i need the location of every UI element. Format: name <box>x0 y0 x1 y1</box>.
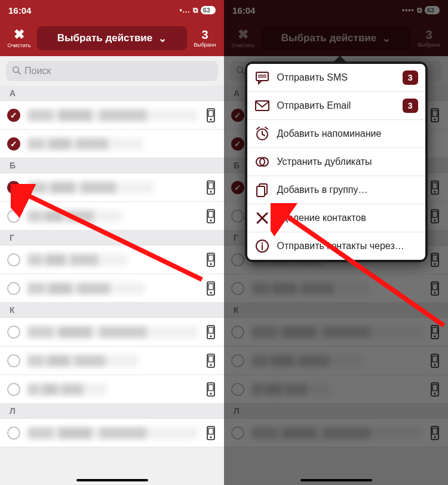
menu-item-label: Удаление контактов <box>277 213 366 223</box>
contact-name-blurred <box>27 210 122 222</box>
list-item[interactable] <box>0 130 224 158</box>
svg-point-34 <box>434 118 436 120</box>
menu-item-badge: 3 <box>403 99 418 113</box>
list-item[interactable] <box>0 375 224 404</box>
svg-point-40 <box>434 219 436 221</box>
list-item[interactable] <box>0 274 224 303</box>
checkbox-icon <box>231 326 244 339</box>
contact-name-blurred <box>27 109 198 121</box>
svg-rect-24 <box>208 385 213 391</box>
svg-point-16 <box>210 291 212 293</box>
menu-item-delete-contacts[interactable]: Удаление контактов <box>247 204 425 232</box>
toolbar: ✖ Очистить Выбрать действие ⌄ 3 Выбранн <box>224 20 448 56</box>
list-item <box>224 274 448 303</box>
search-input[interactable]: Поиск <box>6 61 218 81</box>
contact-name-blurred <box>251 355 363 367</box>
selected-number: 3 <box>191 29 219 41</box>
status-time: 16:04 <box>232 5 255 16</box>
phone-icon <box>429 425 441 441</box>
checkbox-checked-icon[interactable] <box>7 181 20 194</box>
list-item[interactable] <box>0 173 224 202</box>
select-action-label: Выбрать действие <box>57 32 152 44</box>
checkbox-icon <box>231 426 244 440</box>
contact-name-blurred <box>27 427 198 439</box>
checkbox-icon[interactable] <box>7 282 20 295</box>
checkbox-checked-icon <box>231 109 244 122</box>
contact-name-blurred <box>251 383 331 395</box>
checkbox-icon <box>231 383 244 396</box>
list-item[interactable] <box>0 346 224 375</box>
home-indicator[interactable] <box>300 479 372 481</box>
checkbox-icon[interactable] <box>7 354 20 367</box>
checkbox-checked-icon[interactable] <box>7 137 20 151</box>
clear-button[interactable]: ✖ Очистить <box>229 28 257 48</box>
list-item[interactable] <box>0 245 224 274</box>
svg-line-64 <box>257 127 259 129</box>
menu-item-share-contacts[interactable]: Отправить контакты через… <box>247 232 425 260</box>
selected-label: Выбранн <box>191 42 219 48</box>
list-item[interactable] <box>0 318 224 346</box>
checkbox-icon[interactable] <box>7 383 20 396</box>
svg-rect-62 <box>256 101 269 110</box>
contact-name-blurred <box>27 355 139 367</box>
phone-icon <box>429 208 441 224</box>
svg-point-7 <box>210 191 212 192</box>
menu-item-remove-duplicates[interactable]: Устранить дубликаты <box>247 148 425 176</box>
svg-rect-36 <box>432 183 437 189</box>
search-icon <box>12 66 21 76</box>
clear-label: Очистить <box>229 42 257 48</box>
svg-rect-39 <box>432 211 437 217</box>
contact-name-blurred <box>251 326 422 338</box>
section-header: Б <box>0 158 224 173</box>
svg-rect-12 <box>208 255 213 261</box>
contact-name-blurred <box>27 138 143 150</box>
checkbox-icon[interactable] <box>7 253 20 266</box>
svg-rect-9 <box>208 211 213 217</box>
checkbox-icon[interactable] <box>7 326 20 339</box>
checkbox-checked-icon <box>231 137 244 151</box>
contacts-list[interactable]: А Б Г <box>0 86 224 447</box>
svg-point-19 <box>210 335 212 337</box>
svg-rect-27 <box>208 428 213 434</box>
svg-rect-42 <box>432 255 437 261</box>
screen-left: 16:04 •... ⧉ 63 ✖ Очистить Выбрать дейст… <box>0 0 224 485</box>
svg-point-46 <box>434 291 436 293</box>
home-indicator[interactable] <box>76 479 148 481</box>
list-item[interactable] <box>0 202 224 231</box>
section-header: К <box>224 303 448 318</box>
list-item[interactable] <box>0 101 224 130</box>
select-action-button[interactable]: Выбрать действие ⌄ <box>37 26 187 50</box>
menu-item-badge: 3 <box>403 70 418 85</box>
svg-point-73 <box>261 242 263 244</box>
svg-rect-45 <box>432 284 437 290</box>
svg-rect-3 <box>208 110 213 116</box>
battery-icon: 63 <box>201 6 216 14</box>
checkbox-icon[interactable] <box>7 210 20 223</box>
contact-name-blurred <box>251 283 369 294</box>
chevron-down-icon: ⌄ <box>158 32 167 45</box>
menu-item-add-to-group[interactable]: Добавить в группу… <box>247 176 425 204</box>
svg-point-43 <box>434 263 436 265</box>
list-item[interactable] <box>0 419 224 447</box>
signal-dots-icon: •... <box>180 6 191 14</box>
svg-rect-59 <box>256 72 268 81</box>
clear-button[interactable]: ✖ Очистить <box>5 28 33 48</box>
battery-icon: 63 <box>425 6 440 14</box>
search-icon <box>236 66 245 76</box>
select-action-button[interactable]: Выбрать действие ⌄ <box>261 26 411 50</box>
svg-point-22 <box>210 364 212 366</box>
contact-name-blurred <box>27 254 128 266</box>
selected-label: Выбранн <box>415 42 443 48</box>
checkbox-icon[interactable] <box>7 426 20 440</box>
phone-icon <box>429 324 441 340</box>
close-icon: ✖ <box>229 28 257 41</box>
menu-item-add-reminder[interactable]: Добавить напоминание <box>247 120 425 148</box>
menu-item-send-email[interactable]: Отправить Email 3 <box>247 92 425 120</box>
phone-icon <box>429 252 441 268</box>
search-placeholder: Поиск <box>24 66 51 76</box>
section-header: К <box>0 303 224 318</box>
status-bar: 16:04 •••• ⧉ 63 <box>224 0 448 20</box>
status-time: 16:04 <box>8 5 31 16</box>
menu-item-send-sms[interactable]: Отправить SMS 3 <box>247 64 425 92</box>
checkbox-checked-icon[interactable] <box>7 109 20 122</box>
